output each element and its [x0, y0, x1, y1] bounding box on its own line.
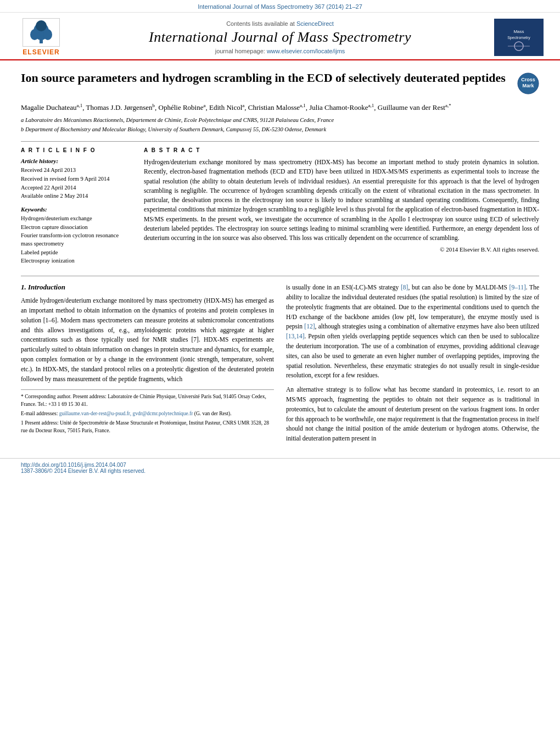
journal-header: ELSEVIER Contents lists available at Sci… [0, 13, 560, 60]
homepage-label: journal homepage: [215, 48, 265, 54]
svg-point-4 [36, 20, 47, 31]
body-content: 1. Introduction Amide hydrogen/deuterium… [21, 283, 539, 448]
authors-line: Magalie Duchateaua,1, Thomas J.D. Jørgen… [21, 102, 539, 113]
mass-spectrometry-logo-icon: Mass Spectrometry [497, 21, 541, 54]
sciencedirect-line: Contents lists available at ScienceDirec… [66, 20, 494, 27]
affiliation-a: a Laboratoire des Mécanismes Réactionnel… [21, 116, 539, 125]
section-title: Introduction [28, 283, 65, 291]
sciencedirect-link[interactable]: ScienceDirect [296, 20, 334, 27]
article-title: Ion source parameters and hydrogen scram… [21, 70, 517, 86]
svg-text:Mass: Mass [513, 29, 524, 34]
email-suffix: (G. van der Rest). [194, 411, 232, 416]
introduction-heading: 1. Introduction [21, 283, 274, 292]
article-title-section: Ion source parameters and hydrogen scram… [21, 70, 539, 97]
issn-copyright: 1387-3806/© 2014 Elsevier B.V. All right… [21, 468, 145, 474]
keyword-1: Hydrogen/deuterium exchange [21, 215, 131, 223]
intro-col1-text: Amide hydrogen/deuterium exchange monito… [21, 296, 274, 384]
footnote-star: * Corresponding author. Present address:… [21, 393, 274, 408]
footnotes-section: * Corresponding author. Present address:… [21, 389, 274, 434]
elsevier-logo-image [23, 18, 60, 47]
contents-available-text: Contents lists available at [226, 20, 295, 27]
footnote-star-text: * Corresponding author. Present address:… [21, 394, 266, 406]
elsevier-wordmark: ELSEVIER [23, 48, 59, 56]
footnote-1: 1 Present address: Unité de Spectrométri… [21, 420, 274, 434]
affiliation-b: b Department of Biochemistry and Molecul… [21, 126, 539, 134]
keyword-3: Fourier transform-ion cyclotron resonanc… [21, 232, 131, 248]
svg-point-3 [43, 29, 52, 40]
intro-col2-para2: An alternative strategy is to follow wha… [286, 385, 539, 444]
keywords-title: Keywords: [21, 206, 131, 213]
section-divider [21, 276, 539, 276]
keyword-2: Electron capture dissociation [21, 224, 131, 232]
svg-text:Mark: Mark [522, 83, 534, 88]
svg-point-2 [30, 29, 39, 40]
abstract-header: A B S T R A C T [144, 147, 539, 153]
doi-link[interactable]: http://dx.doi.org/10.1016/j.ijms.2014.04… [21, 462, 126, 468]
journal-citation-bar: International Journal of Mass Spectromet… [0, 0, 560, 13]
bottom-bar: http://dx.doi.org/10.1016/j.ijms.2014.04… [0, 458, 560, 477]
intro-col2-text: is usually done in an ESI(-LC)-MS strate… [286, 283, 539, 381]
article-info-abstract-section: A R T I C L E I N F O Article history: R… [21, 141, 539, 266]
body-col-right: is usually done in an ESI(-LC)-MS strate… [286, 283, 539, 448]
body-col-left: 1. Introduction Amide hydrogen/deuterium… [21, 283, 274, 448]
journal-homepage-line: journal homepage: www.elsevier.com/locat… [66, 48, 494, 54]
author-magalie: Magalie Duchateaua,1, Thomas J.D. Jørgen… [21, 103, 451, 111]
article-info-header: A R T I C L E I N F O [21, 147, 131, 153]
keyword-5: Electrospray ionization [21, 257, 131, 265]
crossmark-logo[interactable]: Cross Mark [517, 72, 539, 94]
abstract-col: A B S T R A C T Hydrogen/deuterium excha… [144, 147, 539, 266]
journal-title: International Journal of Mass Spectromet… [66, 29, 494, 46]
accepted-date: Accepted 22 April 2014 [21, 184, 131, 192]
article-history-title: Article history: [21, 158, 131, 164]
affiliations: a Laboratoire des Mécanismes Réactionnel… [21, 116, 539, 133]
ref-8: [8] [401, 284, 408, 291]
received-date: Received 24 April 2013 [21, 166, 131, 175]
keyword-4: Labeled peptide [21, 249, 131, 257]
abstract-copyright: © 2014 Elsevier B.V. All rights reserved… [144, 246, 539, 253]
main-content: Ion source parameters and hydrogen scram… [0, 60, 560, 458]
homepage-link[interactable]: www.elsevier.com/locate/ijms [267, 48, 345, 54]
article-info-col: A R T I C L E I N F O Article history: R… [21, 147, 131, 266]
elsevier-tree-icon [25, 20, 58, 44]
ref-9-11: [9–11] [509, 284, 526, 291]
email-label: E-mail addresses: [21, 411, 58, 416]
ref-12: [12] [304, 323, 315, 330]
crossmark-icon: Cross Mark [517, 72, 539, 94]
abstract-text: Hydrogen/deuterium exchange monitored by… [144, 158, 539, 243]
page-wrapper: International Journal of Mass Spectromet… [0, 0, 560, 742]
section-number: 1. [21, 283, 28, 291]
journal-logo-right: Mass Spectrometry [494, 19, 544, 56]
available-date: Available online 2 May 2014 [21, 192, 131, 200]
journal-center-header: Contents lists available at ScienceDirec… [66, 20, 494, 54]
email-link-2[interactable]: gvdr@dcmr.polytechnique.fr [132, 411, 193, 416]
svg-text:Cross: Cross [521, 77, 535, 82]
journal-citation: International Journal of Mass Spectromet… [198, 3, 362, 10]
ref-13-14: [13,14] [286, 333, 305, 339]
email-link-1[interactable]: guillaume.van-der-rest@u-psud.fr, [59, 411, 131, 416]
footnote-email: E-mail addresses: guillaume.van-der-rest… [21, 410, 274, 417]
revised-date: Received in revised form 9 April 2014 [21, 175, 131, 183]
elsevier-logo: ELSEVIER [16, 18, 66, 56]
svg-text:Spectrometry: Spectrometry [507, 36, 530, 40]
